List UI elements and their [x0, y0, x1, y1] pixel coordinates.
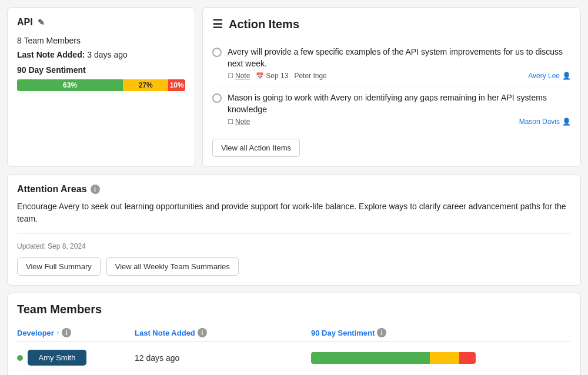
page-container: API ✎ 8 Team Members Last Note Added: 3 … [0, 0, 588, 375]
action-item-content: Avery will provide a few specific exampl… [228, 46, 571, 80]
calendar-icon: 📅 [256, 72, 264, 80]
last-note-col: 12 days ago [135, 353, 311, 363]
table-row: Amy Smith 12 days ago [17, 344, 571, 372]
member-sentiment-bar [311, 352, 476, 364]
last-note-info-icon[interactable]: i [198, 328, 207, 337]
team-members-stat: 8 Team Members [17, 36, 185, 45]
edit-icon[interactable]: ✎ [38, 18, 45, 27]
attention-text: Encourage Avery to seek out learning opp… [17, 200, 571, 234]
attention-title: Attention Areas i [17, 184, 571, 195]
table-row: Avery Lee 3 days ago [17, 372, 571, 375]
last-note-header-label: Last Note Added [135, 329, 195, 337]
developer-info-icon[interactable]: i [62, 328, 71, 337]
person-icon: 👤 [562, 118, 571, 126]
action-item-meta: ☐ Note Mason Davis 👤 [228, 118, 571, 126]
member-sentiment-yellow [430, 352, 459, 364]
action-item: Avery will provide a few specific exampl… [212, 41, 571, 86]
date-value: Sep 13 [266, 72, 288, 80]
api-card-title: API ✎ [17, 17, 185, 28]
view-all-action-items-button[interactable]: View all Action Items [212, 139, 300, 157]
member-button[interactable]: Amy Smith [28, 350, 86, 366]
developer-header-label: Developer [17, 329, 54, 337]
member-name: Amy Smith [39, 353, 76, 362]
sentiment-yellow-label: 27% [139, 81, 153, 89]
team-members-label: 8 Team Members [17, 36, 81, 45]
note-checkbox-icon: ☐ [228, 118, 233, 126]
sentiment-bar: 63% 27% 10% [17, 79, 185, 91]
attention-title-text: Attention Areas [17, 184, 87, 195]
action-item-text: Mason is going to work with Avery on ide… [228, 92, 571, 115]
note-meta: ☐ Note [228, 72, 250, 80]
updated-text: Updated: Sep 8, 2024 [17, 242, 571, 250]
member-sentiment-green [311, 352, 430, 364]
sentiment-header-label: 90 Day Sentiment [311, 329, 375, 337]
assignee-name: Mason Davis [519, 118, 560, 126]
note-checkbox-icon: ☐ [228, 72, 233, 80]
last-note-prefix: Last Note Added: [17, 50, 85, 59]
api-card: API ✎ 8 Team Members Last Note Added: 3 … [7, 7, 195, 167]
checklist-icon: ☰ [212, 17, 223, 31]
date-meta: 📅 Sep 13 [256, 72, 288, 80]
assignee[interactable]: Avery Lee 👤 [528, 72, 571, 80]
sentiment-green-label: 63% [63, 81, 77, 89]
person-icon: 👤 [562, 72, 571, 80]
api-title-text: API [17, 17, 33, 28]
assignee[interactable]: Mason Davis 👤 [519, 118, 571, 126]
action-items-title: Action Items [229, 18, 299, 31]
person-name: Peter Inge [294, 72, 326, 80]
assignee-name: Avery Lee [528, 72, 560, 80]
developer-column-header[interactable]: Developer ↑ i [17, 328, 135, 337]
sentiment-yellow: 27% [123, 79, 168, 91]
action-items-title-row: ☰ Action Items [212, 17, 571, 31]
view-full-summary-button[interactable]: View Full Summary [17, 257, 101, 276]
sort-arrow-icon: ↑ [56, 329, 60, 336]
action-item-content: Mason is going to work with Avery on ide… [228, 92, 571, 126]
team-table-header: Developer ↑ i Last Note Added i 90 Day S… [17, 324, 571, 341]
sentiment-red-label: 10% [170, 81, 184, 89]
note-link[interactable]: Note [235, 72, 250, 80]
radio-circle[interactable] [212, 93, 222, 103]
member-col: Amy Smith [17, 350, 135, 366]
last-note-value: 12 days ago [135, 353, 179, 363]
note-meta: ☐ Note [228, 118, 250, 126]
action-item-meta: ☐ Note 📅 Sep 13 Peter Inge Avery Lee 👤 [228, 72, 571, 80]
last-note-stat: Last Note Added: 3 days ago [17, 50, 185, 59]
note-link[interactable]: Note [235, 118, 250, 126]
radio-circle[interactable] [212, 48, 222, 57]
status-dot-green [17, 355, 23, 361]
sentiment-red: 10% [168, 79, 185, 91]
sentiment-info-icon[interactable]: i [377, 328, 386, 337]
member-sentiment-red [459, 352, 476, 364]
team-members-section: Team Members Developer ↑ i Last Note Add… [7, 293, 581, 375]
sentiment-column-header[interactable]: 90 Day Sentiment i [311, 328, 571, 337]
attention-action-buttons: View Full Summary View all Weekly Team S… [17, 257, 571, 276]
sentiment-col [311, 352, 571, 364]
top-row: API ✎ 8 Team Members Last Note Added: 3 … [7, 7, 581, 167]
team-members-title: Team Members [17, 303, 571, 316]
last-note-column-header[interactable]: Last Note Added i [135, 328, 311, 337]
action-item-text: Avery will provide a few specific exampl… [228, 46, 571, 69]
sentiment-label: 90 Day Sentiment [17, 65, 185, 75]
action-items-card: ☰ Action Items Avery will provide a few … [202, 7, 581, 167]
sentiment-green: 63% [17, 79, 123, 91]
attention-areas-card: Attention Areas i Encourage Avery to see… [7, 174, 581, 286]
attention-info-icon[interactable]: i [91, 185, 100, 194]
action-item: Mason is going to work with Avery on ide… [212, 86, 571, 132]
last-note-value: 3 days ago [87, 50, 128, 59]
view-weekly-summaries-button[interactable]: View all Weekly Team Summaries [106, 257, 239, 276]
